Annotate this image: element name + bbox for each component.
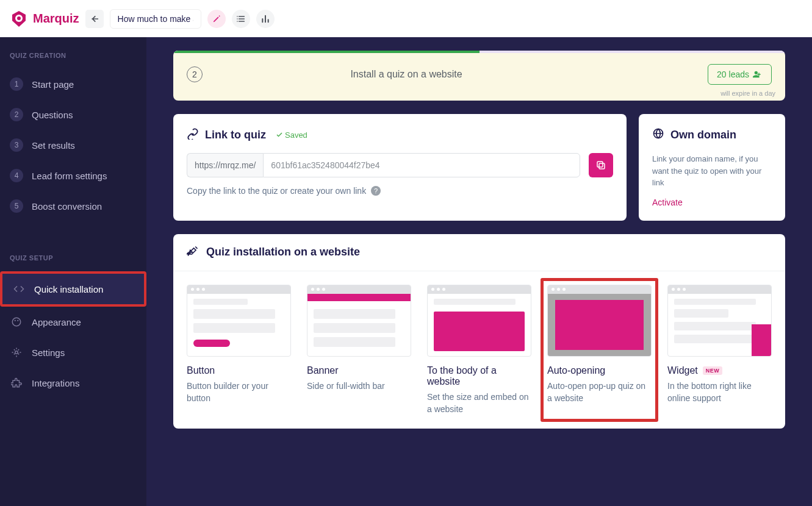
sidebar-item-appearance[interactable]: Appearance [0,307,146,337]
sidebar-item-label: Integrations [32,378,79,388]
sidebar-item-label: Boost conversion [32,201,102,212]
person-add-icon [753,69,763,79]
code-icon [12,282,26,296]
back-button[interactable] [85,10,104,28]
content: 2 Install a quiz on a website 20 leads w… [146,37,812,506]
sidebar-item-lead-form[interactable]: 4Lead form settings [0,160,146,191]
copy-icon [595,160,606,171]
sidebar-item-label: Appearance [32,317,81,327]
svg-point-3 [15,320,16,321]
sidebar-item-label: Start page [32,79,74,90]
link-help: Copy the link to the quiz or create your… [187,186,613,196]
logo[interactable]: Marquiz [10,10,79,28]
sidebar-item-label: Quick installation [34,284,103,294]
sidebar-item-label: Questions [32,110,73,120]
domain-card: Own domain Link your domain name, if you… [639,114,785,221]
list-icon [236,14,246,24]
edit-button[interactable] [207,10,226,28]
sidebar-item-installation[interactable]: Quick installation [0,271,146,307]
domain-desc: Link your domain name, if you want the q… [652,153,772,189]
stats-button[interactable] [256,10,275,28]
sidebar-item-boost[interactable]: 5Boost conversion [0,191,146,221]
progress-banner: 2 Install a quiz on a website 20 leads w… [173,51,785,101]
banner-note: will expire in a day [720,90,775,97]
sidebar-item-start-page[interactable]: 1Start page [0,69,146,99]
svg-point-5 [15,351,18,354]
leads-button[interactable]: 20 leads [708,64,772,85]
topbar: Marquiz [0,0,812,37]
new-badge: NEW [703,366,723,375]
sidebar-item-label: Set results [32,140,75,151]
domain-card-title: Own domain [670,129,736,141]
bar-chart-icon [260,14,270,24]
globe-icon [652,127,664,142]
install-item-auto-opening[interactable]: Auto-opening Auto-open pop-up quiz on a … [541,278,658,422]
check-icon [276,131,283,138]
link-slug-input[interactable] [263,153,580,177]
install-card: Quiz installation on a website Button Bu… [173,234,785,429]
banner-text: Install a quiz on a website [173,69,641,80]
list-button[interactable] [232,10,250,28]
svg-rect-7 [597,162,603,167]
sidebar-item-results[interactable]: 3Set results [0,130,146,160]
sidebar-item-label: Lead form settings [32,171,107,181]
activate-link[interactable]: Activate [652,198,772,207]
copy-button[interactable] [589,153,613,177]
install-item-banner[interactable]: Banner Side or full-width bar [307,285,411,416]
link-card-title: Link to quiz [205,129,266,141]
tools-icon [187,245,199,260]
link-prefix: https://mrqz.me/ [187,153,263,177]
sidebar-item-questions[interactable]: 2Questions [0,99,146,130]
logo-mark-icon [10,10,28,28]
svg-point-4 [17,320,18,321]
install-item-button[interactable]: Button Button builder or your button [187,285,291,416]
pencil-icon [212,15,221,23]
sidebar-item-settings[interactable]: Settings [0,337,146,368]
svg-point-2 [12,318,21,326]
saved-indicator: Saved [276,130,307,140]
svg-point-1 [17,16,21,20]
arrow-left-icon [90,14,99,24]
sidebar-section-creation: QUIZ CREATION [0,49,146,69]
help-icon[interactable]: ? [371,186,381,196]
install-item-body[interactable]: To the body of a website Set the size an… [427,285,531,416]
palette-icon [10,315,23,329]
sidebar-item-integrations[interactable]: Integrations [0,368,146,398]
install-title: Quiz installation on a website [206,246,360,258]
svg-rect-6 [599,163,605,169]
sidebar-item-label: Settings [32,347,65,358]
sidebar: QUIZ CREATION 1Start page 2Questions 3Se… [0,37,146,506]
quiz-title-input[interactable] [110,9,201,29]
install-item-widget[interactable]: WidgetNEW In the bottom right like onlin… [667,285,772,416]
puzzle-icon [10,376,23,390]
link-card: Link to quiz Saved https://mrqz.me/ [173,114,627,221]
sidebar-section-setup: QUIZ SETUP [0,252,146,271]
gear-icon [10,346,23,359]
link-icon [187,127,199,142]
brand-name: Marquiz [33,12,79,26]
